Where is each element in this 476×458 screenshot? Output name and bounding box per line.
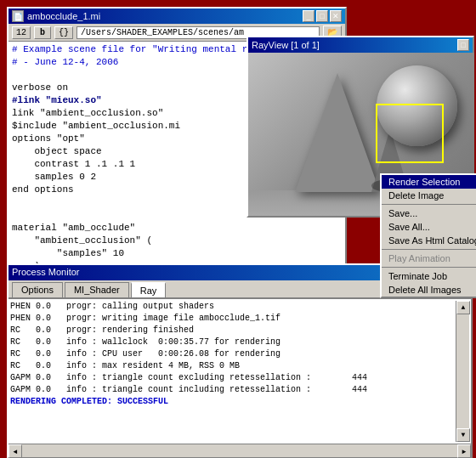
tab-ray[interactable]: Ray — [131, 282, 167, 297]
code-line-17: "samples" 10 — [12, 247, 342, 260]
menu-item-play-animation: Play Animation — [382, 252, 476, 265]
editor-window-icon: 📄 — [12, 10, 24, 22]
log-line-5: RC 0.0 info : CPU user 0:00:26.08 for re… — [10, 348, 456, 360]
rayview-window: RayView [1 of 1] □ Render Selection Dele… — [246, 36, 474, 218]
menu-item-terminate-job[interactable]: Terminate Job — [382, 269, 476, 283]
menu-item-delete-all-images[interactable]: Delete All Images — [382, 283, 476, 297]
minimize-button[interactable]: _ — [303, 10, 314, 22]
scroll-right-button[interactable]: ► — [457, 444, 471, 458]
rayview-maximize-button[interactable]: □ — [457, 39, 469, 51]
bold-button[interactable]: b — [34, 26, 51, 39]
menu-item-save-all[interactable]: Save All... — [382, 220, 476, 234]
scroll-down-button[interactable]: ▼ — [456, 428, 470, 442]
sphere — [377, 65, 457, 146]
menu-separator-2 — [382, 249, 476, 250]
rayview-title-text: RayView [1 of 1] — [252, 40, 320, 50]
log-line-7: GAPM 0.0 info : triangle count excluding… — [10, 372, 456, 384]
h-scroll-track[interactable] — [22, 444, 457, 457]
large-cone — [295, 73, 380, 192]
editor-window-controls: _ □ ✕ — [303, 10, 342, 22]
process-monitor-content: PHEN 0.0 progr: calling output shaders P… — [8, 299, 471, 444]
log-line-4: RC 0.0 info : wallclock 0:00:35.77 for r… — [10, 336, 456, 348]
menu-separator-1 — [382, 204, 476, 205]
font-size-control[interactable]: 12 — [12, 26, 31, 39]
process-monitor-title-text: Process Monitor — [12, 267, 79, 279]
log-line-3: RC 0.0 progr: rendering finished — [10, 325, 456, 336]
horizontal-scrollbar[interactable]: ◄ ► — [8, 444, 471, 457]
editor-title-text: ambocclude_1.mi — [27, 11, 299, 21]
maximize-button[interactable]: □ — [316, 10, 328, 22]
menu-item-delete-image[interactable]: Delete Image — [382, 189, 476, 202]
log-line-2: PHEN 0.0 progr: writing image file amboc… — [10, 313, 456, 325]
menu-item-save-html[interactable]: Save As Html Catalog — [382, 234, 476, 247]
tab-options[interactable]: Options — [12, 282, 63, 297]
tab-mi-shader[interactable]: MI_Shader — [65, 282, 129, 297]
rayview-title-bar: RayView [1 of 1] □ — [248, 37, 473, 53]
log-area: PHEN 0.0 progr: calling output shaders P… — [10, 301, 456, 442]
log-line-success: RENDERING COMPLETED: SUCCESSFUL — [10, 396, 456, 408]
menu-item-render-selection[interactable]: Render Selection — [382, 175, 476, 189]
log-line-6: RC 0.0 info : max resident 4 MB, RSS 0 M… — [10, 360, 456, 372]
scroll-up-button[interactable]: ▲ — [456, 301, 470, 314]
scroll-left-button[interactable]: ◄ — [8, 444, 22, 458]
log-line-1: PHEN 0.0 progr: calling output shaders — [10, 301, 456, 313]
code-line-16: "ambient_occlusion" ( — [12, 235, 342, 247]
close-button[interactable]: ✕ — [330, 10, 342, 22]
code-line-15: material "amb_occlude" — [12, 222, 342, 235]
menu-separator-3 — [382, 267, 476, 268]
menu-item-save[interactable]: Save... — [382, 206, 476, 220]
vertical-scrollbar[interactable]: ▲ ▼ — [456, 301, 469, 442]
context-menu: Render Selection Delete Image Save... Sa… — [380, 173, 476, 298]
rayview-window-controls: □ — [457, 39, 469, 51]
scroll-track[interactable] — [456, 314, 469, 428]
log-line-8: GAPM 0.0 info : triangle count including… — [10, 384, 456, 396]
code-button[interactable]: {} — [54, 26, 73, 39]
editor-title-bar: 📄 ambocclude_1.mi _ □ ✕ — [8, 8, 345, 24]
